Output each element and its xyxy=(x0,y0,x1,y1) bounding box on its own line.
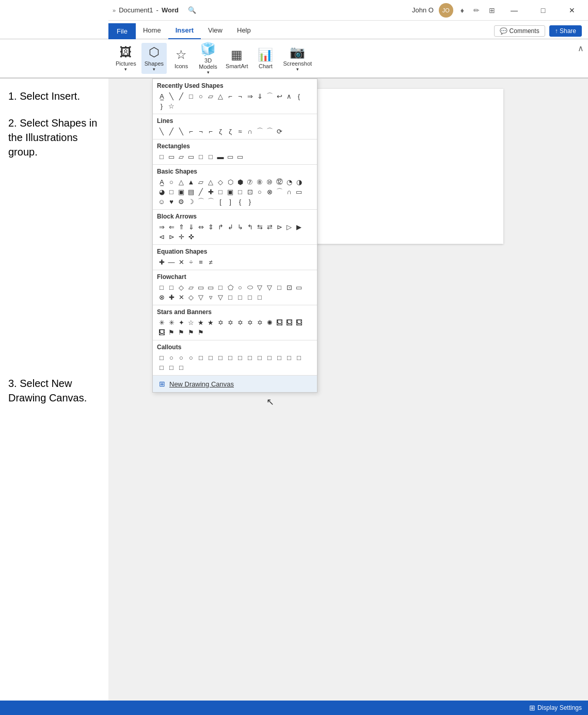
flow-internal[interactable]: ▭ xyxy=(206,283,215,292)
rect-square[interactable]: □ xyxy=(157,152,166,161)
arrow-left-block[interactable]: ⇐ xyxy=(167,222,176,231)
rect-rounded[interactable]: ▭ xyxy=(167,152,176,161)
arrow-double1[interactable]: ⇆ xyxy=(255,222,264,231)
line-elbow1[interactable]: ⌐ xyxy=(186,127,196,136)
shape-arrow-down[interactable]: ⇓ xyxy=(255,91,264,101)
callout-oval1[interactable]: ○ xyxy=(167,353,176,362)
arrow-down-block[interactable]: ⇓ xyxy=(186,222,196,231)
shape-line1[interactable]: ╲ xyxy=(167,91,176,101)
basic-triangle[interactable]: △ xyxy=(177,177,186,186)
banner-wave2[interactable]: ⚑ xyxy=(177,328,186,337)
arrow-pentagon[interactable]: ⊳ xyxy=(167,232,176,241)
callout-extra1[interactable]: □ xyxy=(167,363,176,372)
rect-frame[interactable]: ▭ xyxy=(226,152,235,161)
arrow-bent3[interactable]: ↳ xyxy=(235,222,245,231)
flow-manual-op[interactable]: ▽ xyxy=(265,283,274,292)
basic-hexagon[interactable]: ⬡ xyxy=(226,177,235,186)
arrow-circular1[interactable]: ✛ xyxy=(177,232,186,241)
basic-ring[interactable]: ○ xyxy=(255,187,264,196)
banner-ribbon2[interactable]: ⛾ xyxy=(284,318,294,327)
basic-striped[interactable]: ▣ xyxy=(177,187,186,196)
callout-border1[interactable]: □ xyxy=(284,353,294,362)
callout-line3[interactable]: □ xyxy=(245,353,255,362)
comments-button[interactable]: 💬 Comments xyxy=(494,25,545,37)
shape-rect[interactable]: □ xyxy=(186,91,196,101)
star-5pt[interactable]: ☆ xyxy=(186,318,196,327)
ribbon-icons[interactable]: ☆ Icons xyxy=(169,45,194,71)
callout-line1[interactable]: □ xyxy=(226,353,235,362)
star-6pt[interactable]: ★ xyxy=(196,318,205,327)
tab-file[interactable]: File xyxy=(108,23,136,39)
flow-or[interactable]: ✕ xyxy=(177,292,186,302)
callout-extra2[interactable]: □ xyxy=(177,363,186,372)
arrow-chevron1[interactable]: ⊳ xyxy=(275,222,284,231)
basic-rect3[interactable]: □ xyxy=(216,187,225,196)
flow-multidoc[interactable]: ⬠ xyxy=(226,283,235,292)
basic-dot[interactable]: ⊡ xyxy=(245,187,255,196)
basic-bracket[interactable]: ∩ xyxy=(284,187,294,196)
ribbon-shapes[interactable]: ⬡ Shapes ▾ xyxy=(141,43,167,74)
ribbon-smartart[interactable]: ▦ SmartArt xyxy=(223,45,251,71)
ribbon-chart[interactable]: 📊 Chart xyxy=(253,45,278,71)
basic-brace-r[interactable]: ] xyxy=(226,197,235,206)
arrow-bent2[interactable]: ↲ xyxy=(226,222,235,231)
line-arc1[interactable]: ∩ xyxy=(245,127,255,136)
flow-offpage[interactable]: ⊡ xyxy=(284,283,294,292)
flow-extract[interactable]: ▿ xyxy=(206,292,215,302)
rect-snip2[interactable]: ▭ xyxy=(186,152,196,161)
ribbon-pictures[interactable]: 🖼 Pictures ▾ xyxy=(113,43,139,74)
flow-card[interactable]: ▭ xyxy=(294,283,304,292)
ribbon-screenshot[interactable]: 📷 Screenshot ▾ xyxy=(280,43,315,74)
rect-extra[interactable]: ▭ xyxy=(235,152,245,161)
star-10pt[interactable]: ✡ xyxy=(226,318,235,327)
shape-curve1[interactable]: ↩ xyxy=(275,91,284,101)
tab-home[interactable]: Home xyxy=(136,22,168,39)
shape-line2[interactable]: ╱ xyxy=(177,91,186,101)
basic-pie2[interactable]: ◑ xyxy=(294,177,304,186)
line-elbow3[interactable]: ⌐ xyxy=(206,127,215,136)
shape-star[interactable]: ☆ xyxy=(167,101,176,111)
star-12pt[interactable]: ✡ xyxy=(235,318,245,327)
avatar[interactable]: JO xyxy=(439,3,453,18)
rect-wide[interactable]: □ xyxy=(206,152,215,161)
basic-arc2[interactable]: ⌒ xyxy=(275,187,284,196)
callout-accent1[interactable]: □ xyxy=(255,353,264,362)
banner-wave1[interactable]: ⚑ xyxy=(167,328,176,337)
flow-manual-input[interactable]: ▽ xyxy=(255,283,264,292)
line-curve2[interactable]: ζ xyxy=(226,127,235,136)
banner-scroll1[interactable]: ⚑ xyxy=(186,328,196,337)
eq-divide[interactable]: ÷ xyxy=(186,257,196,267)
flow-db[interactable]: □ xyxy=(245,292,255,302)
basic-moon[interactable]: ☽ xyxy=(186,197,196,206)
basic-double-wave[interactable]: ⌒ xyxy=(206,197,215,206)
arrow-chevron4[interactable]: ⊲ xyxy=(157,232,166,241)
flow-prep[interactable]: ⬭ xyxy=(245,283,255,292)
shape-angle1[interactable]: ⌐ xyxy=(226,91,235,101)
callout-border3[interactable]: □ xyxy=(157,363,166,372)
basic-heart[interactable]: ♥ xyxy=(167,197,176,206)
shape-curve2[interactable]: ∧ xyxy=(284,91,294,101)
banner-scroll2[interactable]: ⚑ xyxy=(196,328,205,337)
arrow-ud-block[interactable]: ⇕ xyxy=(206,222,215,231)
arrow-bent1[interactable]: ↱ xyxy=(216,222,225,231)
flow-process[interactable]: □ xyxy=(157,283,166,292)
line-loop[interactable]: ⟳ xyxy=(275,127,284,136)
basic-oval[interactable]: ○ xyxy=(167,177,176,186)
flow-data[interactable]: ▱ xyxy=(186,283,196,292)
tab-insert[interactable]: Insert xyxy=(168,22,201,39)
star-burst[interactable]: ✺ xyxy=(265,318,274,327)
star-7pt[interactable]: ★ xyxy=(206,318,215,327)
basic-pie1[interactable]: ◔ xyxy=(284,177,294,186)
arrow-u-turn[interactable]: ↰ xyxy=(245,222,255,231)
line-elbow2[interactable]: ¬ xyxy=(196,127,205,136)
share-button[interactable]: ↑ Share xyxy=(549,25,582,37)
callout-accent2[interactable]: □ xyxy=(265,353,274,362)
flow-merge[interactable]: ▽ xyxy=(216,292,225,302)
shape-brace-open[interactable]: { xyxy=(294,91,304,101)
callout-rect1[interactable]: □ xyxy=(196,353,205,362)
eq-multiply[interactable]: ✕ xyxy=(177,257,186,267)
basic-curly-l[interactable]: { xyxy=(235,197,245,206)
arrow-lr-block[interactable]: ⇔ xyxy=(196,222,205,231)
star-5[interactable]: ✳ xyxy=(167,318,176,327)
basic-rtriangle[interactable]: ▲ xyxy=(186,177,196,186)
